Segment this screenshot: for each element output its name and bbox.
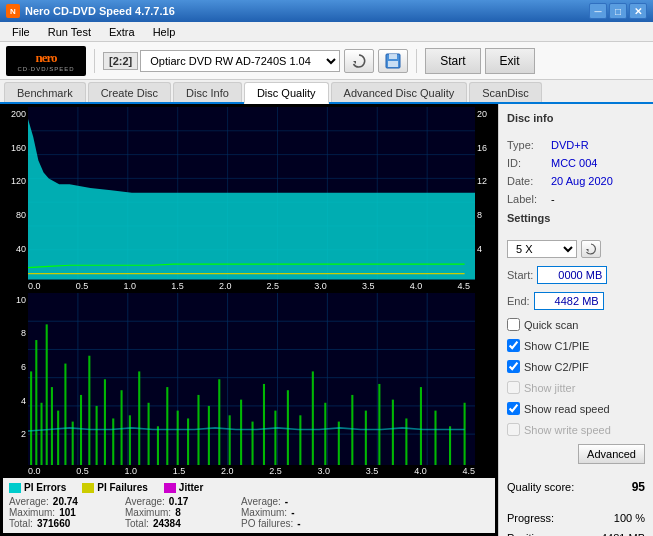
start-mb-input[interactable] <box>537 266 607 284</box>
svg-rect-42 <box>80 394 82 465</box>
disc-id-row: ID: MCC 004 <box>507 157 645 169</box>
progress-val: 100 % <box>614 512 645 524</box>
show-c2pif-checkbox[interactable] <box>507 360 520 373</box>
speed-refresh-btn[interactable] <box>581 240 601 258</box>
show-jitter-checkbox[interactable] <box>507 381 520 394</box>
pi-failures-total-row: Total: 24384 <box>125 518 225 529</box>
svg-rect-69 <box>365 410 367 465</box>
refresh-button[interactable] <box>344 49 374 73</box>
svg-rect-49 <box>138 371 140 465</box>
minimize-button[interactable]: ─ <box>589 3 607 19</box>
svg-rect-70 <box>378 383 380 465</box>
stats-area: Average: 20.74 Maximum: 101 Total: 37166… <box>9 496 489 529</box>
pi-failures-color-swatch <box>82 483 94 493</box>
menu-help[interactable]: Help <box>145 24 184 40</box>
menu-file[interactable]: File <box>4 24 38 40</box>
position-val: 4481 MB <box>601 532 645 536</box>
svg-rect-50 <box>148 402 150 465</box>
disc-id-key: ID: <box>507 157 547 169</box>
tab-create-disc[interactable]: Create Disc <box>88 82 171 102</box>
svg-rect-56 <box>208 405 210 465</box>
pi-errors-legend: PI Errors <box>9 482 66 493</box>
pi-errors-total-row: Total: 371660 <box>9 518 109 529</box>
disc-label-key: Label: <box>507 193 547 205</box>
start-button[interactable]: Start <box>425 48 480 74</box>
tabs-bar: Benchmark Create Disc Disc Info Disc Qua… <box>0 80 653 104</box>
quick-scan-checkbox[interactable] <box>507 318 520 331</box>
speed-combo[interactable]: 5 X <box>507 240 577 258</box>
pi-failures-chart-row: 10 8 6 4 2 <box>3 293 495 466</box>
svg-rect-71 <box>392 399 394 465</box>
pi-failures-legend-label: PI Failures <box>97 482 148 493</box>
pi-errors-total-val: 371660 <box>37 518 70 529</box>
svg-rect-51 <box>157 426 159 465</box>
save-button[interactable] <box>378 49 408 73</box>
app-icon: N <box>6 4 20 18</box>
show-c1pie-checkbox[interactable] <box>507 339 520 352</box>
svg-rect-60 <box>252 421 254 465</box>
svg-rect-72 <box>405 418 407 465</box>
pi-errors-avg-row: Average: 20.74 <box>9 496 109 507</box>
end-mb-label: End: <box>507 295 530 307</box>
menu-run-test[interactable]: Run Test <box>40 24 99 40</box>
menu-bar: File Run Test Extra Help <box>0 22 653 42</box>
tab-disc-quality[interactable]: Disc Quality <box>244 82 329 104</box>
title-bar: N Nero CD-DVD Speed 4.7.7.16 ─ □ ✕ <box>0 0 653 22</box>
pi-failures-legend: PI Failures <box>82 482 148 493</box>
tab-disc-info[interactable]: Disc Info <box>173 82 242 102</box>
right-panel: Disc info Type: DVD+R ID: MCC 004 Date: … <box>498 104 653 536</box>
show-write-checkbox[interactable] <box>507 423 520 436</box>
show-c2pif-label: Show C2/PIF <box>524 361 589 373</box>
maximize-button[interactable]: □ <box>609 3 627 19</box>
drive-combo[interactable]: Optiarc DVD RW AD-7240S 1.04 <box>140 50 340 72</box>
svg-rect-46 <box>112 418 114 465</box>
pi-failures-avg-label: Average: <box>125 496 165 507</box>
quality-score-row: Quality score: 95 <box>507 480 645 494</box>
show-read-label: Show read speed <box>524 403 610 415</box>
nero-sub-text: CD·DVD/SPEED <box>17 66 74 72</box>
tab-advanced-disc-quality[interactable]: Advanced Disc Quality <box>331 82 468 102</box>
pi-errors-stats: Average: 20.74 Maximum: 101 Total: 37166… <box>9 496 109 529</box>
pi-errors-avg-val: 20.74 <box>53 496 78 507</box>
toolbar: nero CD·DVD/SPEED [2:2] Optiarc DVD RW A… <box>0 42 653 80</box>
show-read-checkbox[interactable] <box>507 402 520 415</box>
close-button[interactable]: ✕ <box>629 3 647 19</box>
disc-type-key: Type: <box>507 139 547 151</box>
refresh-small-icon <box>585 243 597 255</box>
tab-scan-disc[interactable]: ScanDisc <box>469 82 541 102</box>
y-axis-spacer <box>475 293 495 466</box>
show-c2pif-row: Show C2/PIF <box>507 360 645 373</box>
svg-marker-0 <box>353 61 356 64</box>
svg-rect-62 <box>274 410 276 465</box>
svg-rect-44 <box>96 405 98 465</box>
menu-extra[interactable]: Extra <box>101 24 143 40</box>
start-mb-row: Start: <box>507 266 645 284</box>
charts-area: 200 160 120 80 40 <box>0 104 498 536</box>
y-axis-left-top: 200 160 120 80 40 <box>3 107 28 280</box>
position-row: Position: 4481 MB <box>507 532 645 536</box>
disc-label-val: - <box>551 193 555 205</box>
pi-failures-max-row: Maximum: 8 <box>125 507 225 518</box>
jitter-legend-label: Jitter <box>179 482 203 493</box>
drive-index-label: [2:2] <box>103 52 138 70</box>
jitter-avg-label: Average: <box>241 496 281 507</box>
advanced-button[interactable]: Advanced <box>578 444 645 464</box>
exit-button[interactable]: Exit <box>485 48 535 74</box>
disc-info-title: Disc info <box>507 112 645 124</box>
nero-logo-text: nero <box>35 50 56 66</box>
svg-rect-52 <box>166 387 168 465</box>
disc-label-row: Label: - <box>507 193 645 205</box>
end-mb-input[interactable] <box>534 292 604 310</box>
quality-score-label: Quality score: <box>507 481 574 493</box>
svg-rect-43 <box>88 355 90 465</box>
show-c1pie-label: Show C1/PIE <box>524 340 589 352</box>
quick-scan-label: Quick scan <box>524 319 578 331</box>
tab-benchmark[interactable]: Benchmark <box>4 82 86 102</box>
disc-date-key: Date: <box>507 175 547 187</box>
show-write-label: Show write speed <box>524 424 611 436</box>
svg-rect-3 <box>388 61 398 67</box>
svg-rect-59 <box>240 399 242 465</box>
svg-rect-53 <box>177 410 179 465</box>
disc-type-row: Type: DVD+R <box>507 139 645 151</box>
show-write-row: Show write speed <box>507 423 645 436</box>
